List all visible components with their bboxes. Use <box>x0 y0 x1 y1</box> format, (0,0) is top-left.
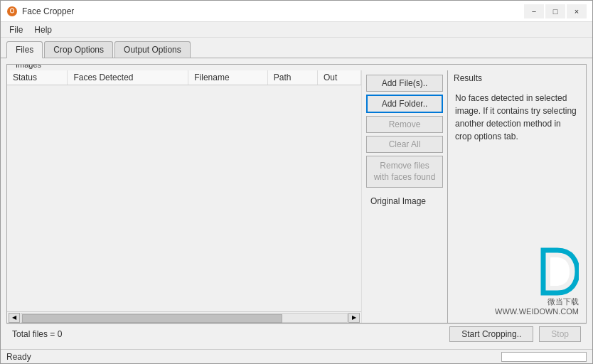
remove-faces-button[interactable]: Remove files with faces found <box>366 156 443 188</box>
results-content: No faces detected in selected image. If … <box>448 86 586 323</box>
status-bar: Ready <box>1 349 592 363</box>
tabs-bar: Files Crop Options Output Options <box>1 38 592 58</box>
status-text: Ready <box>6 352 498 362</box>
images-group-legend: Images <box>11 64 46 70</box>
tab-output-options[interactable]: Output Options <box>114 41 191 58</box>
d-logo-icon <box>536 247 579 296</box>
col-filename: Filename <box>188 70 268 85</box>
col-status: Status <box>7 70 68 85</box>
main-content: Images Status Faces Detected Filename Pa… <box>1 58 592 349</box>
scroll-track[interactable] <box>21 313 348 323</box>
original-image-label: Original Image <box>366 193 443 209</box>
col-path: Path <box>267 70 317 85</box>
main-window: Face Cropper − □ × File Help Files Crop … <box>0 0 593 364</box>
col-faces: Faces Detected <box>68 70 188 85</box>
file-list-section: Status Faces Detected Filename Path Out <box>7 70 362 323</box>
clear-all-button[interactable]: Clear All <box>366 136 443 153</box>
watermark-logo <box>536 247 579 296</box>
total-files-label: Total files = 0 <box>12 329 444 339</box>
add-files-button[interactable]: Add File(s).. <box>366 75 443 92</box>
horizontal-scrollbar[interactable]: ◀ ▶ <box>7 311 361 323</box>
scroll-thumb[interactable] <box>22 314 282 323</box>
remove-button[interactable]: Remove <box>366 116 443 133</box>
watermark: 微当下载 WWW.WEIDOWN.COM <box>495 247 579 316</box>
images-inner: Status Faces Detected Filename Path Out <box>7 70 586 323</box>
results-header: Results <box>448 70 586 86</box>
minimize-button[interactable]: − <box>524 4 544 18</box>
file-table[interactable]: Status Faces Detected Filename Path Out <box>7 70 361 311</box>
images-group: Images Status Faces Detected Filename Pa… <box>6 64 587 323</box>
start-cropping-button[interactable]: Start Cropping.. <box>449 326 533 342</box>
watermark-text-chinese: 微当下载 <box>547 296 579 307</box>
menu-bar: File Help <box>1 22 592 38</box>
files-table: Status Faces Detected Filename Path Out <box>7 70 361 85</box>
title-bar-left: Face Cropper <box>6 6 74 17</box>
col-out: Out <box>317 70 360 85</box>
watermark-text-url: WWW.WEIDOWN.COM <box>495 307 579 316</box>
stop-button[interactable]: Stop <box>539 326 581 342</box>
close-button[interactable]: × <box>567 4 587 18</box>
action-panel: Add File(s).. Add Folder.. Remove Clear … <box>362 70 447 323</box>
app-icon <box>6 6 18 17</box>
title-bar-controls: − □ × <box>524 4 587 18</box>
menu-help[interactable]: Help <box>28 23 58 36</box>
status-box <box>501 352 587 362</box>
results-panel: Results No faces detected in selected im… <box>447 70 586 323</box>
no-faces-text: No faces detected in selected image. If … <box>448 86 586 149</box>
window-title: Face Cropper <box>22 6 74 16</box>
title-bar: Face Cropper − □ × <box>1 1 592 22</box>
maximize-button[interactable]: □ <box>545 4 565 18</box>
svg-point-2 <box>11 9 14 12</box>
scroll-right-button[interactable]: ▶ <box>348 313 360 323</box>
menu-file[interactable]: File <box>4 23 28 36</box>
add-folder-button[interactable]: Add Folder.. <box>366 95 443 113</box>
tab-crop-options[interactable]: Crop Options <box>44 41 113 58</box>
bottom-bar: Total files = 0 Start Cropping.. Stop <box>6 323 587 343</box>
tab-files[interactable]: Files <box>6 41 43 58</box>
scroll-left-button[interactable]: ◀ <box>9 313 20 323</box>
